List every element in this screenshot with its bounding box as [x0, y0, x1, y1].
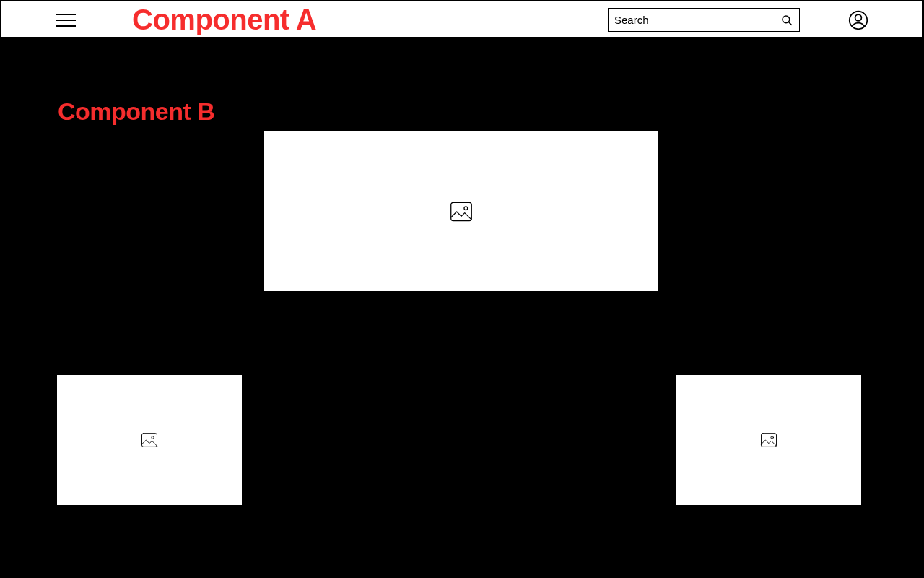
user-icon — [848, 10, 868, 30]
image-icon — [448, 198, 475, 225]
hamburger-menu-icon[interactable] — [56, 14, 76, 27]
header-bar: Component A — [0, 0, 923, 38]
svg-line-1 — [789, 22, 792, 25]
svg-rect-8 — [762, 434, 777, 447]
image-placeholder-main — [264, 131, 658, 291]
section-title: Component B — [58, 98, 214, 126]
svg-point-7 — [152, 436, 154, 439]
user-profile-button[interactable] — [848, 10, 868, 30]
svg-point-0 — [783, 16, 790, 23]
search-input[interactable] — [614, 14, 780, 26]
svg-point-9 — [771, 436, 774, 439]
svg-rect-4 — [450, 202, 471, 220]
svg-point-5 — [463, 206, 467, 210]
image-icon — [759, 430, 779, 450]
search-icon — [780, 14, 793, 27]
app-title: Component A — [132, 4, 316, 36]
svg-point-3 — [855, 14, 862, 21]
search-box[interactable] — [608, 8, 800, 32]
image-placeholder-right — [676, 375, 861, 505]
image-placeholder-left — [57, 375, 242, 505]
svg-rect-6 — [142, 434, 157, 447]
image-icon — [139, 430, 160, 450]
